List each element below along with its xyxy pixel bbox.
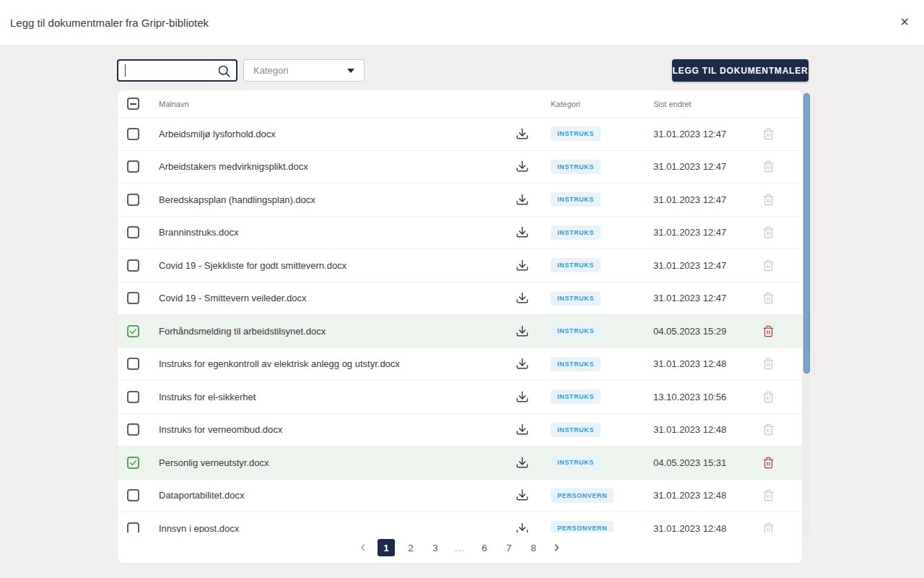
trash-icon [762, 423, 775, 436]
delete-button[interactable] [762, 194, 775, 206]
template-name: Covid 19 - Smittevern veileder.docx [159, 293, 306, 303]
delete-button[interactable] [762, 358, 775, 370]
table-row: Covid 19 - Sjekkliste for godt smittever… [118, 249, 802, 282]
page-button[interactable]: 3 [427, 539, 444, 556]
delete-button[interactable] [762, 423, 775, 436]
download-button[interactable] [515, 127, 529, 141]
download-button[interactable] [515, 488, 529, 502]
close-button[interactable]: ✕ [896, 12, 914, 33]
table-header-row: Malnavn Kategori Sist endret [118, 90, 802, 118]
chevron-right-icon [551, 542, 562, 553]
add-templates-button[interactable]: LEGG TIL DOKUMENTMALER [672, 59, 808, 82]
trash-icon [762, 457, 775, 469]
delete-button[interactable] [762, 292, 775, 304]
delete-button[interactable] [762, 160, 775, 173]
row-checkbox[interactable] [127, 128, 139, 140]
download-button[interactable] [515, 390, 529, 404]
add-templates-dialog: Legg til dokumentmaler fra Gripr-bibliot… [0, 0, 924, 578]
template-name: Arbeidsmiljø lysforhold.docx [159, 129, 276, 139]
template-name: Branninstruks.docx [159, 227, 239, 238]
row-checkbox[interactable] [127, 358, 139, 370]
page-button[interactable]: 8 [525, 539, 542, 556]
chevron-down-icon [347, 69, 354, 73]
table-row: Covid 19 - Smittevern veileder.docx INST… [118, 282, 802, 316]
delete-button[interactable] [762, 128, 775, 140]
next-page-button[interactable] [549, 540, 564, 555]
chevron-left-icon [357, 542, 369, 553]
modified-date: 31.01.2023 12:48 [653, 358, 726, 369]
delete-button[interactable] [762, 226, 775, 238]
page-buttons: 1 2 3 ... 6 7 8 [378, 539, 542, 556]
table-row: Personlig verneutstyr.docx INSTRUKS 04.0… [118, 447, 802, 480]
row-checkbox[interactable] [127, 226, 139, 238]
template-name: Covid 19 - Sjekkliste for godt smittever… [159, 260, 346, 271]
page-button[interactable]: 2 [402, 539, 419, 556]
trash-icon [762, 358, 775, 370]
download-button[interactable] [515, 225, 529, 239]
table-row: Instruks for el-sikkerhet INSTRUKS 13.10… [118, 381, 802, 414]
download-button[interactable] [515, 423, 529, 436]
search-input[interactable] [124, 62, 211, 79]
row-checkbox[interactable] [127, 292, 139, 304]
modified-date: 04.05.2023 15:29 [653, 326, 726, 337]
template-name: Beredskapsplan (handlingsplan).docx [159, 194, 315, 205]
template-name: Forhåndsmelding til arbeidstilsynet.docx [159, 326, 326, 337]
category-badge: INSTRUKS [551, 160, 601, 174]
category-badge: INSTRUKS [551, 423, 601, 437]
delete-button[interactable] [762, 259, 775, 272]
modified-date: 13.10.2023 10:56 [653, 392, 726, 402]
row-checkbox[interactable] [127, 457, 139, 469]
page-button[interactable]: 6 [476, 539, 493, 556]
download-icon [515, 390, 529, 404]
table-row: Branninstruks.docx INSTRUKS 31.01.2023 1… [118, 217, 802, 250]
row-checkbox[interactable] [127, 489, 139, 501]
download-button[interactable] [515, 291, 529, 305]
download-icon [515, 324, 529, 338]
column-header-modified: Sist endret [653, 100, 692, 108]
delete-button[interactable] [762, 457, 775, 469]
row-checkbox[interactable] [127, 325, 139, 337]
download-button[interactable] [515, 160, 529, 173]
category-badge: INSTRUKS [551, 389, 601, 404]
download-icon [515, 259, 529, 272]
category-badge: INSTRUKS [551, 357, 601, 371]
download-button[interactable] [515, 456, 529, 470]
modified-date: 31.01.2023 12:47 [653, 129, 726, 139]
row-checkbox[interactable] [127, 259, 139, 272]
trash-icon [762, 226, 775, 238]
trash-icon [762, 160, 775, 173]
template-name: Instruks for verneombud.docx [159, 424, 282, 435]
select-all-checkbox[interactable] [127, 98, 139, 110]
row-checkbox[interactable] [127, 194, 139, 206]
category-badge: INSTRUKS [551, 324, 601, 338]
download-icon [515, 488, 529, 502]
trash-icon [762, 489, 775, 501]
download-button[interactable] [515, 357, 529, 371]
row-checkbox[interactable] [127, 160, 139, 173]
category-filter-select[interactable]: Kategori [243, 59, 365, 82]
download-button[interactable] [515, 324, 529, 338]
category-badge: INSTRUKS [551, 192, 601, 207]
template-name: Instruks for el-sikkerhet [159, 392, 256, 402]
download-icon [515, 225, 529, 239]
page-button[interactable]: 7 [500, 539, 518, 556]
table-row: Forhåndsmelding til arbeidstilsynet.docx… [118, 315, 802, 348]
delete-button[interactable] [762, 325, 775, 337]
table-row: Instruks for egenkontroll av elektrisk a… [118, 348, 802, 381]
category-badge: INSTRUKS [551, 126, 601, 141]
modified-date: 31.01.2023 12:48 [653, 424, 726, 435]
download-button[interactable] [515, 259, 529, 272]
close-icon: ✕ [900, 16, 910, 28]
trash-icon [762, 128, 775, 140]
delete-button[interactable] [762, 489, 775, 501]
row-checkbox[interactable] [127, 391, 139, 403]
delete-button[interactable] [762, 391, 775, 403]
page-button[interactable]: 1 [378, 539, 395, 556]
scrollbar-thumb[interactable] [803, 93, 810, 374]
download-icon [515, 357, 529, 371]
previous-page-button[interactable] [356, 540, 370, 555]
download-button[interactable] [515, 193, 529, 207]
modified-date: 04.05.2023 15:31 [653, 457, 726, 468]
trash-icon [762, 259, 775, 272]
row-checkbox[interactable] [127, 423, 139, 436]
